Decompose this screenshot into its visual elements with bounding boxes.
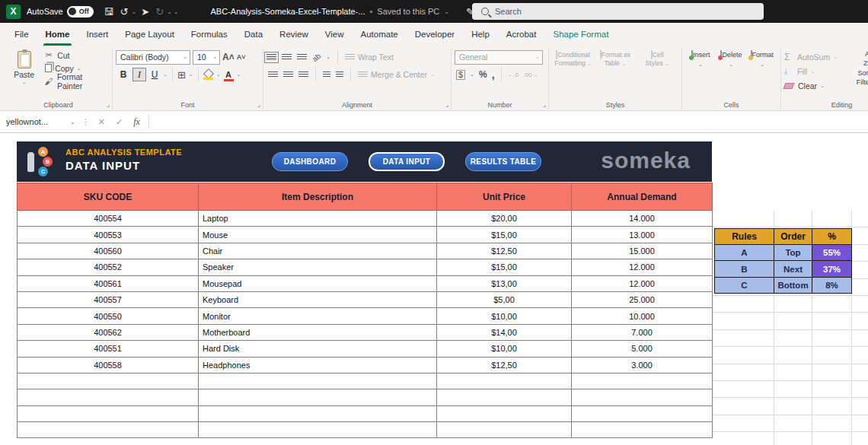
fill-color-icon[interactable] bbox=[203, 70, 213, 80]
conditional-formatting-button[interactable]: Conditional Formatting ⌄ bbox=[553, 51, 594, 98]
cell[interactable]: 5.000 bbox=[572, 341, 713, 357]
merge-chevron-down-icon[interactable]: ⌄ bbox=[430, 72, 435, 78]
tab-shape-format[interactable]: Shape Format bbox=[544, 23, 617, 46]
alignment-dialog-launcher-icon[interactable]: ⌟ bbox=[445, 100, 448, 108]
insert-function-icon[interactable]: fx bbox=[133, 116, 140, 128]
font-name-select[interactable]: Calibri (Body)⌄ bbox=[116, 50, 190, 65]
empty-cell[interactable] bbox=[199, 389, 437, 405]
number-dialog-launcher-icon[interactable]: ⌟ bbox=[543, 100, 546, 108]
fill-color-chevron-down-icon[interactable]: ⌄ bbox=[216, 72, 221, 78]
cell[interactable]: Motherboard bbox=[199, 324, 437, 340]
tab-acrobat[interactable]: Acrobat bbox=[498, 23, 545, 46]
redo-chevron-down-icon[interactable]: ⌄ bbox=[167, 8, 172, 15]
font-size-select[interactable]: 10⌄ bbox=[193, 50, 220, 65]
align-left-button[interactable] bbox=[268, 72, 278, 78]
cell[interactable]: 3.000 bbox=[572, 357, 713, 373]
drag-handle-icon[interactable]: ⋮ bbox=[81, 117, 90, 127]
empty-cell[interactable] bbox=[572, 389, 713, 405]
cell[interactable]: 400561 bbox=[18, 275, 199, 291]
cell[interactable]: Mousepad bbox=[199, 275, 437, 291]
empty-cell[interactable] bbox=[199, 405, 437, 421]
cell[interactable]: $13,00 bbox=[437, 275, 572, 291]
format-as-table-button[interactable]: Format as Table ⌄ bbox=[595, 51, 636, 98]
cell[interactable]: Speaker bbox=[199, 259, 437, 275]
tab-home[interactable]: Home bbox=[37, 23, 78, 46]
percent-style-icon[interactable]: % bbox=[479, 69, 487, 80]
tab-view[interactable]: View bbox=[317, 23, 353, 46]
search-input[interactable]: Search bbox=[472, 3, 764, 20]
tab-review[interactable]: Review bbox=[271, 23, 317, 46]
empty-cell[interactable] bbox=[437, 405, 572, 421]
cell[interactable]: 400553 bbox=[18, 227, 199, 243]
name-box[interactable]: yellownot... bbox=[0, 111, 67, 132]
align-right-button[interactable] bbox=[298, 72, 308, 78]
font-color-icon[interactable]: A bbox=[224, 71, 234, 79]
empty-cell[interactable] bbox=[572, 405, 713, 421]
number-format-select[interactable]: General⌄ bbox=[455, 50, 543, 65]
insert-cells-button[interactable]: Insert ⌄ bbox=[685, 51, 716, 98]
align-center-button[interactable] bbox=[283, 72, 293, 78]
empty-cell[interactable] bbox=[18, 389, 199, 405]
merge-center-button[interactable]: Merge & Center⌄ bbox=[358, 68, 435, 81]
cell[interactable]: 400557 bbox=[18, 291, 199, 307]
orientation-chevron-down-icon[interactable]: ⌄ bbox=[326, 54, 330, 60]
tab-page-layout[interactable]: Page Layout bbox=[116, 23, 183, 46]
sort-filter-button[interactable]: AZ↓ Sort & Filter ⌄ bbox=[842, 50, 868, 87]
empty-cell[interactable] bbox=[437, 389, 572, 405]
cell[interactable]: Mouse bbox=[199, 227, 437, 243]
cell[interactable]: 15.000 bbox=[572, 243, 713, 259]
clear-button[interactable]: Clear⌄ bbox=[784, 79, 844, 92]
rules-cell-rule[interactable]: C bbox=[715, 277, 774, 293]
empty-cell[interactable] bbox=[18, 373, 199, 389]
tab-automate[interactable]: Automate bbox=[353, 23, 407, 46]
empty-cell[interactable] bbox=[572, 422, 713, 438]
cursor-icon[interactable]: ➤ bbox=[141, 7, 149, 17]
tab-insert[interactable]: Insert bbox=[78, 23, 116, 46]
cell[interactable]: 400562 bbox=[18, 324, 199, 340]
cell[interactable]: Keyboard bbox=[199, 291, 437, 307]
cell-styles-button[interactable]: Cell Styles ⌄ bbox=[637, 51, 678, 98]
cell[interactable]: $15,00 bbox=[437, 227, 572, 243]
cell[interactable]: 14.000 bbox=[572, 211, 713, 227]
saved-status[interactable]: Saved to this PC bbox=[377, 7, 439, 16]
banner-button-data-input[interactable]: DATA INPUT bbox=[369, 152, 445, 171]
tab-developer[interactable]: Developer bbox=[407, 23, 463, 46]
align-top-button[interactable] bbox=[266, 54, 276, 61]
rules-cell-rule[interactable]: B bbox=[715, 261, 774, 277]
autosave-switch[interactable]: Off bbox=[67, 6, 94, 17]
empty-cell[interactable] bbox=[437, 422, 572, 438]
someka-logo[interactable]: someka bbox=[601, 148, 691, 173]
rules-cell-rule[interactable]: A bbox=[715, 245, 774, 261]
underline-chevron-down-icon[interactable]: ⌄ bbox=[163, 72, 168, 78]
copy-chevron-down-icon[interactable]: ⌄ bbox=[77, 65, 81, 72]
saved-chevron-down-icon[interactable]: ⌄ bbox=[444, 8, 449, 15]
cell[interactable]: 400550 bbox=[18, 308, 199, 324]
cell[interactable]: Headphones bbox=[199, 357, 437, 373]
cell[interactable]: Hard Disk bbox=[199, 341, 437, 357]
undo-chevron-down-icon[interactable]: ⌄ bbox=[132, 8, 137, 15]
banner-button-results-table[interactable]: RESULTS TABLE bbox=[465, 152, 541, 171]
cell[interactable]: 7.000 bbox=[572, 324, 713, 340]
empty-cell[interactable] bbox=[572, 373, 713, 389]
italic-button[interactable]: I bbox=[132, 68, 146, 81]
clipboard-dialog-launcher-icon[interactable]: ⌟ bbox=[107, 100, 110, 108]
comma-style-icon[interactable]: , bbox=[492, 72, 495, 78]
excel-logo-icon[interactable]: X bbox=[6, 5, 21, 19]
rules-cell-order[interactable]: Next bbox=[774, 261, 812, 277]
rules-cell-order[interactable]: Top bbox=[774, 245, 812, 261]
cell[interactable]: 25.000 bbox=[572, 291, 713, 307]
formula-input[interactable] bbox=[152, 111, 868, 132]
cell[interactable]: Chair bbox=[199, 243, 437, 259]
enter-icon[interactable]: ✓ bbox=[116, 117, 123, 127]
borders-icon[interactable]: ⊞ bbox=[177, 69, 186, 81]
cell[interactable]: $5,00 bbox=[437, 291, 572, 307]
tab-formulas[interactable]: Formulas bbox=[183, 23, 236, 46]
cell[interactable]: 400551 bbox=[18, 341, 199, 357]
underline-button[interactable]: U bbox=[149, 69, 160, 80]
cell[interactable]: 400558 bbox=[18, 357, 199, 373]
cell[interactable]: $12,50 bbox=[437, 243, 572, 259]
cell[interactable]: 12.000 bbox=[572, 259, 713, 275]
bold-button[interactable]: B bbox=[117, 69, 129, 80]
cell[interactable]: 13.000 bbox=[572, 227, 713, 243]
rules-cell-order[interactable]: Bottom bbox=[774, 277, 812, 293]
